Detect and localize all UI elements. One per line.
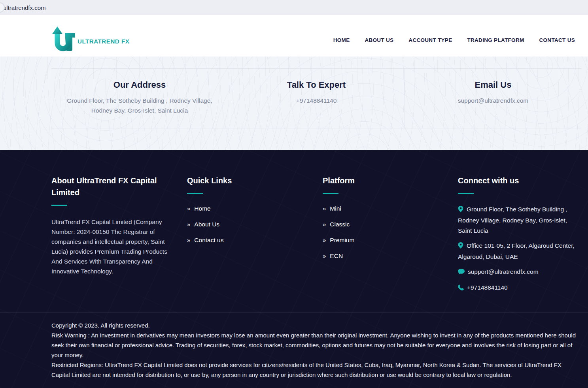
teal-dash-divider	[187, 193, 203, 194]
risk-warning-text: Risk Warning : An investment in derivati…	[51, 330, 579, 360]
contact-strip: Our Address Ground Floor, The Sotheby Bu…	[0, 57, 588, 150]
connect-text: Office 101-05, 2 Floor, Algaroud Center,…	[458, 242, 575, 260]
platform-link-label: ECN	[330, 252, 343, 260]
nav-contact-us[interactable]: CONTACT US	[539, 37, 575, 43]
quick-link-home[interactable]: » Home	[187, 205, 323, 212]
nav-trading-platform[interactable]: TRADING PLATFORM	[467, 37, 524, 43]
footer-connect-title: Connect with us	[458, 175, 577, 186]
copyright-text: Copyright © 2023. All rights reserved.	[51, 320, 579, 330]
browser-address-bar[interactable]: ultratrendfx.com	[0, 0, 588, 15]
map-pin-icon	[458, 205, 463, 215]
platform-link-mini[interactable]: » Mini	[323, 205, 458, 212]
connect-text: Ground Floor, The Sotheby Building , Rod…	[458, 206, 567, 234]
quick-link-label: Contact us	[194, 237, 223, 244]
platform-link-classic[interactable]: » Classic	[323, 221, 458, 228]
footer-main: About UltraTrend FX Capital Limited Ultr…	[0, 150, 588, 312]
footer-quick-links-title: Quick Links	[187, 175, 306, 186]
nav-account-type[interactable]: ACCOUNT TYPE	[408, 37, 452, 43]
footer-platform-title: Platform	[323, 175, 441, 186]
quick-link-label: Home	[194, 205, 210, 212]
chevron-right-icon: »	[187, 221, 190, 228]
contact-email-text: support@ultratrendfx.com	[417, 96, 569, 105]
footer-bottom-bar: Copyright © 2023. All rights reserved. R…	[0, 312, 588, 388]
quick-link-label: About Us	[194, 221, 219, 228]
nav-home[interactable]: HOME	[333, 37, 350, 43]
site-footer: About UltraTrend FX Capital Limited Ultr…	[0, 150, 588, 388]
contact-phone-text: +97148841140	[240, 96, 393, 105]
contact-email-title: Email Us	[417, 80, 569, 90]
logo-arrow-icon	[51, 26, 76, 52]
teal-dash-divider	[458, 193, 474, 194]
platform-link-label: Mini	[330, 205, 341, 212]
contact-strip-inner: Our Address Ground Floor, The Sotheby Bu…	[51, 68, 581, 128]
chat-icon	[458, 267, 465, 278]
connect-email[interactable]: support@ultratrendfx.com	[458, 267, 580, 278]
footer-about-title: About UltraTrend FX Capital Limited	[51, 175, 170, 198]
connect-address-saint-lucia: Ground Floor, The Sotheby Building , Rod…	[458, 204, 580, 236]
url-text: ultratrendfx.com	[3, 4, 46, 11]
restricted-regions-text: Restricted Regions: UltraTrend FX Capita…	[51, 360, 579, 380]
connect-list: Ground Floor, The Sotheby Building , Rod…	[458, 204, 580, 294]
footer-quick-links-column: Quick Links » Home » About Us » Contact …	[187, 175, 323, 312]
nav-about-us[interactable]: ABOUT US	[365, 37, 393, 43]
chevron-right-icon: »	[323, 205, 326, 212]
quick-link-about-us[interactable]: » About Us	[187, 221, 323, 228]
phone-icon	[458, 283, 464, 294]
chevron-right-icon: »	[323, 237, 326, 243]
platform-links-list: » Mini » Classic » Premium » ECN	[323, 205, 458, 260]
contact-address-title: Our Address	[63, 80, 216, 90]
quick-links-list: » Home » About Us » Contact us	[187, 205, 323, 244]
chevron-right-icon: »	[187, 237, 190, 243]
connect-address-dubai: Office 101-05, 2 Floor, Algaroud Center,…	[458, 241, 580, 262]
quick-link-contact-us[interactable]: » Contact us	[187, 237, 323, 244]
teal-dash-divider	[51, 205, 67, 206]
chevron-right-icon: »	[323, 252, 326, 259]
contact-address-block: Our Address Ground Floor, The Sotheby Bu…	[51, 69, 228, 128]
contact-address-text: Ground Floor, The Sotheby Building , Rod…	[63, 96, 216, 115]
connect-text: support@ultratrendfx.com	[468, 268, 539, 275]
contact-expert-block: Talk To Expert +97148841140	[228, 69, 405, 128]
connect-text: +97148841140	[467, 284, 508, 291]
logo[interactable]: ULTRATREND FX	[51, 26, 129, 52]
connect-phone[interactable]: +97148841140	[458, 283, 580, 294]
logo-text: ULTRATREND FX	[78, 38, 129, 45]
map-pin-icon	[458, 241, 463, 252]
footer-about-text: UltraTrend FX Capital Limited (Company N…	[51, 217, 172, 276]
platform-link-label: Premium	[330, 237, 354, 244]
chevron-right-icon: »	[187, 205, 190, 212]
footer-platform-column: Platform » Mini » Classic » Premium » EC…	[323, 175, 458, 312]
footer-connect-column: Connect with us Ground Floor, The Sotheb…	[458, 175, 580, 312]
contact-expert-title: Talk To Expert	[240, 80, 393, 90]
platform-link-premium[interactable]: » Premium	[323, 237, 458, 244]
platform-link-ecn[interactable]: » ECN	[323, 252, 458, 260]
site-header: ULTRATREND FX HOME ABOUT US ACCOUNT TYPE…	[0, 15, 588, 57]
platform-link-label: Classic	[330, 221, 350, 228]
footer-about-column: About UltraTrend FX Capital Limited Ultr…	[51, 175, 187, 312]
main-nav: HOME ABOUT US ACCOUNT TYPE TRADING PLATF…	[333, 37, 575, 43]
contact-email-block: Email Us support@ultratrendfx.com	[405, 69, 581, 128]
chevron-right-icon: »	[323, 221, 326, 228]
teal-dash-divider	[323, 193, 338, 194]
